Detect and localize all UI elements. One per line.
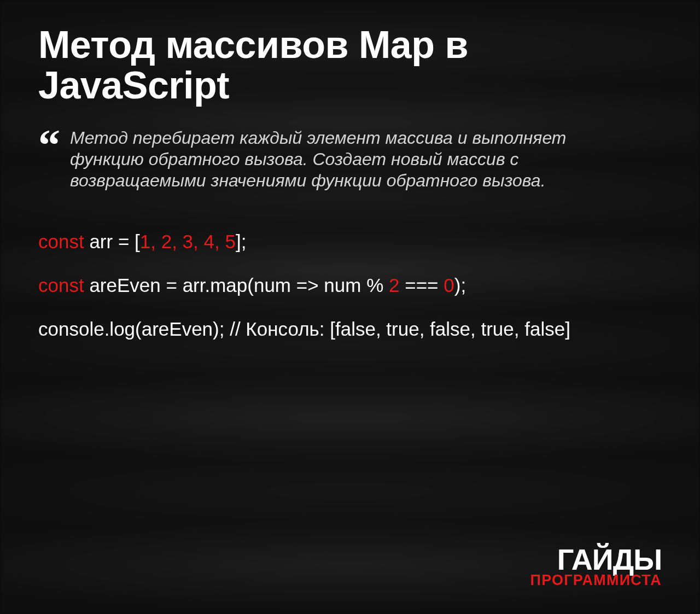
quote-block: “ Метод перебирает каждый элемент массив…	[38, 127, 662, 191]
content-container: Метод массивов Map в JavaScript “ Метод …	[0, 0, 700, 614]
code-text: arr = [	[84, 231, 140, 252]
brand-line-2: ПРОГРАММИСТА	[530, 572, 662, 589]
brand-line-1: ГАЙДЫ	[530, 546, 662, 573]
code-line-1: const arr = [1, 2, 3, 4, 5];	[38, 230, 662, 254]
description-text: Метод перебирает каждый элемент массива …	[70, 127, 628, 191]
keyword-const: const	[38, 274, 84, 296]
code-line-3: console.log(areEven); // Консоль: [false…	[38, 317, 662, 341]
page-title: Метод массивов Map в JavaScript	[38, 25, 662, 106]
code-text: ];	[236, 231, 246, 252]
keyword-const: const	[38, 231, 84, 252]
code-block: const arr = [1, 2, 3, 4, 5]; const areEv…	[38, 230, 662, 341]
code-numbers: 1, 2, 3, 4, 5	[140, 231, 236, 252]
code-text: ===	[399, 274, 444, 296]
footer-brand: ГАЙДЫ ПРОГРАММИСТА	[530, 546, 662, 589]
code-text: );	[454, 274, 466, 296]
code-number: 0	[444, 274, 454, 296]
code-number: 2	[389, 274, 399, 296]
code-text: areEven = arr.map(num => num %	[84, 274, 389, 296]
quote-icon: “	[38, 130, 60, 191]
code-line-2: const areEven = arr.map(num => num % 2 =…	[38, 273, 662, 297]
code-text: console.log(areEven); // Консоль: [false…	[38, 318, 570, 340]
